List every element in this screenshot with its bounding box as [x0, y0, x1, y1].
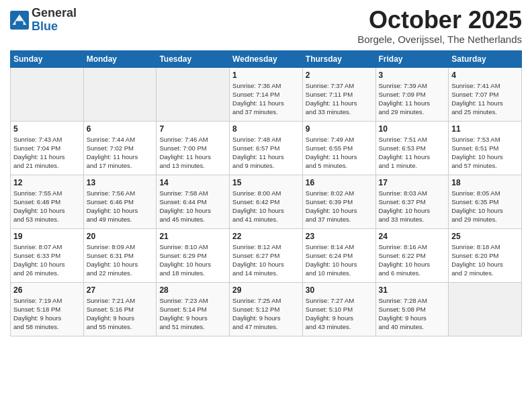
day-info: Daylight: 11 hours [306, 99, 373, 107]
day-info: Sunset: 6:57 PM [232, 144, 300, 152]
logo-blue-text: Blue [32, 20, 77, 34]
day-number: 17 [379, 178, 446, 187]
day-info: Sunrise: 8:10 AM [159, 242, 226, 251]
day-info: and 14 minutes. [232, 269, 300, 277]
day-info: Sunrise: 7:46 AM [159, 135, 226, 144]
day-number: 9 [306, 124, 373, 134]
day-info: Sunrise: 7:25 AM [232, 296, 300, 305]
day-info: and 58 minutes. [13, 322, 81, 331]
day-info: Daylight: 11 hours [87, 152, 154, 161]
day-info: Sunset: 7:00 PM [159, 144, 226, 152]
day-number: 28 [159, 285, 226, 295]
day-info: Sunset: 7:14 PM [232, 90, 300, 99]
day-info: Daylight: 10 hours [13, 260, 81, 269]
day-info: Sunrise: 8:05 AM [451, 189, 519, 197]
day-info: Daylight: 10 hours [87, 260, 154, 269]
day-info: Sunset: 6:27 PM [232, 251, 300, 260]
day-number: 19 [13, 232, 81, 241]
day-number: 8 [232, 124, 300, 134]
day-info: Sunset: 5:18 PM [13, 305, 81, 314]
day-info: Daylight: 10 hours [159, 260, 226, 269]
day-cell: 26Sunrise: 7:19 AMSunset: 5:18 PMDayligh… [11, 282, 84, 336]
day-cell: 24Sunrise: 8:16 AMSunset: 6:22 PMDayligh… [375, 228, 449, 282]
day-info: Sunrise: 7:28 AM [379, 296, 446, 305]
day-info: and 53 minutes. [13, 215, 81, 224]
day-info: and 29 minutes. [451, 215, 519, 224]
day-info: and 18 minutes. [159, 269, 226, 277]
day-cell: 29Sunrise: 7:25 AMSunset: 5:12 PMDayligh… [230, 282, 303, 336]
day-info: and 13 minutes. [159, 161, 226, 170]
day-info: and 37 minutes. [306, 215, 373, 224]
day-info: Sunrise: 7:49 AM [306, 135, 373, 144]
calendar-table: Sunday Monday Tuesday Wednesday Thursday… [10, 50, 522, 336]
day-number: 6 [87, 124, 154, 134]
day-info: Sunset: 5:14 PM [159, 305, 226, 314]
day-number: 21 [159, 232, 226, 241]
day-cell [11, 67, 84, 121]
day-info: and 47 minutes. [232, 322, 300, 331]
day-number: 26 [13, 285, 81, 295]
month-title: October 2025 [357, 7, 522, 34]
day-cell: 9Sunrise: 7:49 AMSunset: 6:55 PMDaylight… [302, 121, 375, 175]
col-wednesday: Wednesday [230, 50, 303, 67]
day-number: 16 [306, 178, 373, 187]
week-row-4: 19Sunrise: 8:07 AMSunset: 6:33 PMDayligh… [11, 228, 522, 282]
day-cell: 20Sunrise: 8:09 AMSunset: 6:31 PMDayligh… [83, 228, 157, 282]
day-info: Daylight: 9 hours [379, 314, 446, 322]
day-info: Sunrise: 7:39 AM [379, 81, 446, 90]
day-info: Sunset: 6:39 PM [306, 197, 373, 206]
day-info: Sunrise: 8:07 AM [13, 242, 81, 251]
day-number: 23 [306, 232, 373, 241]
day-info: and 2 minutes. [451, 269, 519, 277]
day-info: Sunrise: 8:14 AM [306, 242, 373, 251]
day-info: and 22 minutes. [87, 269, 154, 277]
day-info: Daylight: 11 hours [379, 99, 446, 107]
calendar-body: 1Sunrise: 7:36 AMSunset: 7:14 PMDaylight… [11, 67, 522, 336]
day-number: 30 [306, 285, 373, 295]
day-cell: 3Sunrise: 7:39 AMSunset: 7:09 PMDaylight… [375, 67, 449, 121]
day-info: Daylight: 11 hours [13, 152, 81, 161]
day-info: Daylight: 10 hours [379, 206, 446, 215]
day-number: 10 [379, 124, 446, 134]
day-info: Daylight: 11 hours [232, 99, 300, 107]
day-cell: 19Sunrise: 8:07 AMSunset: 6:33 PMDayligh… [11, 228, 84, 282]
day-info: Sunrise: 8:18 AM [451, 242, 519, 251]
day-info: Daylight: 11 hours [451, 99, 519, 107]
day-info: Sunrise: 7:36 AM [232, 81, 300, 90]
day-cell: 5Sunrise: 7:43 AMSunset: 7:04 PMDaylight… [11, 121, 84, 175]
day-info: and 40 minutes. [379, 322, 446, 331]
col-tuesday: Tuesday [157, 50, 230, 67]
day-info: and 33 minutes. [379, 215, 446, 224]
day-info: Daylight: 10 hours [232, 260, 300, 269]
day-info: Daylight: 11 hours [232, 152, 300, 161]
page: General Blue October 2025 Borgele, Overi… [0, 0, 532, 411]
day-info: Sunrise: 7:48 AM [232, 135, 300, 144]
day-number: 29 [232, 285, 300, 295]
day-info: Sunset: 6:22 PM [379, 251, 446, 260]
day-info: Daylight: 10 hours [451, 206, 519, 215]
day-cell: 2Sunrise: 7:37 AMSunset: 7:11 PMDaylight… [302, 67, 375, 121]
day-info: Daylight: 9 hours [232, 314, 300, 322]
day-info: Sunset: 6:33 PM [13, 251, 81, 260]
day-info: and 29 minutes. [379, 107, 446, 116]
day-number: 14 [159, 178, 226, 187]
day-cell: 25Sunrise: 8:18 AMSunset: 6:20 PMDayligh… [449, 228, 522, 282]
day-info: Daylight: 11 hours [159, 152, 226, 161]
day-info: Sunset: 6:44 PM [159, 197, 226, 206]
day-info: Sunrise: 8:12 AM [232, 242, 300, 251]
day-info: Sunset: 6:55 PM [306, 144, 373, 152]
day-info: Daylight: 11 hours [379, 152, 446, 161]
day-number: 2 [306, 71, 373, 80]
day-info: and 21 minutes. [13, 161, 81, 170]
day-info: and 49 minutes. [87, 215, 154, 224]
day-cell: 6Sunrise: 7:44 AMSunset: 7:02 PMDaylight… [83, 121, 157, 175]
day-info: and 17 minutes. [87, 161, 154, 170]
day-number: 20 [87, 232, 154, 241]
day-info: Sunrise: 8:09 AM [87, 242, 154, 251]
col-monday: Monday [83, 50, 157, 67]
day-number: 7 [159, 124, 226, 134]
day-info: Daylight: 9 hours [13, 314, 81, 322]
day-cell: 23Sunrise: 8:14 AMSunset: 6:24 PMDayligh… [302, 228, 375, 282]
day-number: 15 [232, 178, 300, 187]
week-row-1: 1Sunrise: 7:36 AMSunset: 7:14 PMDaylight… [11, 67, 522, 121]
